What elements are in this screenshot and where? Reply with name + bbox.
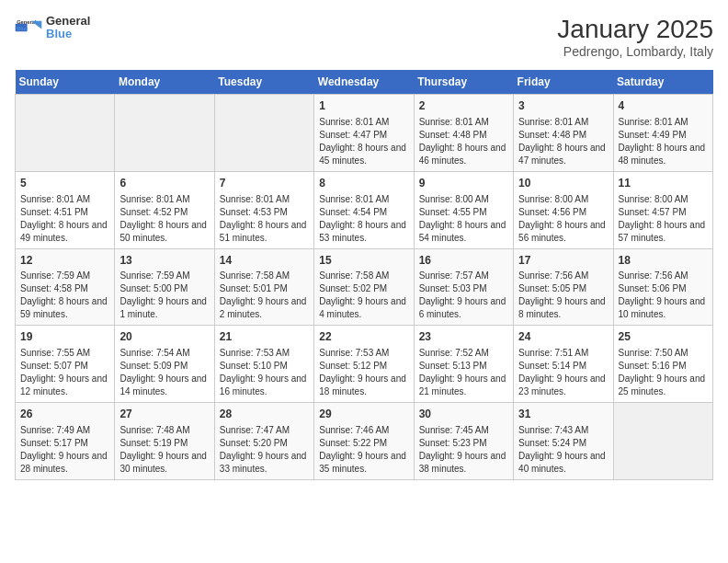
day-info: Sunrise: 7:53 AM Sunset: 5:12 PM Dayligh…	[319, 347, 408, 398]
day-number: 31	[518, 407, 608, 422]
calendar-cell: 23Sunrise: 7:52 AM Sunset: 5:13 PM Dayli…	[414, 326, 513, 403]
calendar-cell: 5Sunrise: 8:01 AM Sunset: 4:51 PM Daylig…	[16, 171, 115, 248]
day-info: Sunrise: 7:59 AM Sunset: 5:00 PM Dayligh…	[119, 270, 209, 321]
calendar-week-row: 19Sunrise: 7:55 AM Sunset: 5:07 PM Dayli…	[16, 326, 713, 403]
calendar-cell: 24Sunrise: 7:51 AM Sunset: 5:14 PM Dayli…	[514, 326, 613, 403]
day-info: Sunrise: 8:01 AM Sunset: 4:48 PM Dayligh…	[518, 116, 608, 167]
day-number: 7	[220, 176, 309, 191]
day-info: Sunrise: 7:43 AM Sunset: 5:24 PM Dayligh…	[518, 424, 608, 476]
day-info: Sunrise: 7:46 AM Sunset: 5:22 PM Dayligh…	[319, 424, 408, 476]
calendar-cell: 16Sunrise: 7:57 AM Sunset: 5:03 PM Dayli…	[414, 248, 513, 326]
calendar-cell: 10Sunrise: 8:00 AM Sunset: 4:56 PM Dayli…	[514, 171, 613, 248]
day-info: Sunrise: 8:01 AM Sunset: 4:54 PM Dayligh…	[319, 193, 408, 245]
page-title: January 2025	[557, 15, 713, 44]
day-info: Sunrise: 8:00 AM Sunset: 4:57 PM Dayligh…	[619, 193, 708, 245]
day-number: 23	[419, 329, 508, 345]
calendar-cell: 13Sunrise: 7:59 AM Sunset: 5:00 PM Dayli…	[115, 248, 214, 326]
day-info: Sunrise: 8:01 AM Sunset: 4:48 PM Dayligh…	[419, 116, 508, 167]
header-friday: Friday	[514, 70, 613, 95]
day-info: Sunrise: 7:57 AM Sunset: 5:03 PM Dayligh…	[419, 270, 508, 321]
calendar-cell: 27Sunrise: 7:48 AM Sunset: 5:19 PM Dayli…	[115, 403, 214, 480]
day-number: 11	[619, 176, 708, 191]
day-number: 17	[518, 253, 608, 269]
day-info: Sunrise: 7:54 AM Sunset: 5:09 PM Dayligh…	[119, 347, 209, 398]
header-sunday: Sunday	[16, 70, 115, 95]
day-number: 30	[419, 407, 508, 422]
calendar-cell: 20Sunrise: 7:54 AM Sunset: 5:09 PM Dayli…	[115, 326, 214, 403]
day-number: 18	[619, 253, 708, 269]
calendar-cell: 21Sunrise: 7:53 AM Sunset: 5:10 PM Dayli…	[214, 326, 313, 403]
day-info: Sunrise: 7:56 AM Sunset: 5:05 PM Dayligh…	[518, 270, 608, 321]
day-number: 5	[20, 176, 109, 191]
day-number: 2	[419, 98, 508, 114]
calendar-cell: 31Sunrise: 7:43 AM Sunset: 5:24 PM Dayli…	[514, 403, 613, 480]
calendar-cell: 6Sunrise: 8:01 AM Sunset: 4:52 PM Daylig…	[115, 171, 214, 248]
title-area: January 2025 Pedrengo, Lombardy, Italy	[557, 15, 713, 59]
day-number: 24	[518, 329, 608, 345]
day-info: Sunrise: 7:51 AM Sunset: 5:14 PM Dayligh…	[518, 347, 608, 398]
day-number: 14	[220, 253, 309, 269]
header-monday: Monday	[115, 70, 214, 95]
logo-text: General Blue	[46, 15, 90, 41]
day-number: 15	[319, 253, 408, 269]
calendar-cell: 9Sunrise: 8:00 AM Sunset: 4:55 PM Daylig…	[414, 171, 513, 248]
day-info: Sunrise: 7:53 AM Sunset: 5:10 PM Dayligh…	[220, 347, 309, 398]
calendar-cell	[16, 95, 115, 172]
day-number: 26	[20, 407, 109, 422]
calendar-cell: 30Sunrise: 7:45 AM Sunset: 5:23 PM Dayli…	[414, 403, 513, 480]
calendar-cell: 28Sunrise: 7:47 AM Sunset: 5:20 PM Dayli…	[214, 403, 313, 480]
day-info: Sunrise: 7:50 AM Sunset: 5:16 PM Dayligh…	[619, 347, 708, 398]
calendar-cell	[214, 95, 313, 172]
day-info: Sunrise: 7:56 AM Sunset: 5:06 PM Dayligh…	[619, 270, 708, 321]
day-number: 13	[119, 253, 209, 269]
day-info: Sunrise: 7:52 AM Sunset: 5:13 PM Dayligh…	[419, 347, 508, 398]
calendar-cell	[613, 403, 712, 480]
day-number: 6	[119, 176, 209, 191]
logo-icon: General Blue	[15, 18, 42, 37]
calendar-cell: 25Sunrise: 7:50 AM Sunset: 5:16 PM Dayli…	[613, 326, 712, 403]
calendar-cell	[115, 95, 214, 172]
day-info: Sunrise: 8:00 AM Sunset: 4:56 PM Dayligh…	[518, 193, 608, 245]
calendar-cell: 8Sunrise: 8:01 AM Sunset: 4:54 PM Daylig…	[314, 171, 414, 248]
day-number: 27	[119, 407, 209, 422]
calendar-table: SundayMondayTuesdayWednesdayThursdayFrid…	[15, 70, 713, 480]
day-number: 28	[220, 407, 309, 422]
calendar-week-row: 26Sunrise: 7:49 AM Sunset: 5:17 PM Dayli…	[16, 403, 713, 480]
page-subtitle: Pedrengo, Lombardy, Italy	[557, 44, 713, 59]
day-number: 3	[518, 98, 608, 114]
header-thursday: Thursday	[414, 70, 513, 95]
day-number: 29	[319, 407, 408, 422]
calendar-cell: 11Sunrise: 8:00 AM Sunset: 4:57 PM Dayli…	[613, 171, 712, 248]
calendar-cell: 2Sunrise: 8:01 AM Sunset: 4:48 PM Daylig…	[414, 95, 513, 172]
calendar-cell: 12Sunrise: 7:59 AM Sunset: 4:58 PM Dayli…	[16, 248, 115, 326]
day-info: Sunrise: 7:47 AM Sunset: 5:20 PM Dayligh…	[220, 424, 309, 476]
header-wednesday: Wednesday	[314, 70, 414, 95]
day-info: Sunrise: 8:01 AM Sunset: 4:53 PM Dayligh…	[220, 193, 309, 245]
calendar-cell: 15Sunrise: 7:58 AM Sunset: 5:02 PM Dayli…	[314, 248, 414, 326]
day-number: 25	[619, 329, 708, 345]
calendar-week-row: 12Sunrise: 7:59 AM Sunset: 4:58 PM Dayli…	[16, 248, 713, 326]
day-info: Sunrise: 8:01 AM Sunset: 4:49 PM Dayligh…	[619, 116, 708, 167]
day-number: 9	[419, 176, 508, 191]
calendar-week-row: 5Sunrise: 8:01 AM Sunset: 4:51 PM Daylig…	[16, 171, 713, 248]
calendar-cell: 1Sunrise: 8:01 AM Sunset: 4:47 PM Daylig…	[314, 95, 414, 172]
calendar-header-row: SundayMondayTuesdayWednesdayThursdayFrid…	[16, 70, 713, 95]
calendar-cell: 19Sunrise: 7:55 AM Sunset: 5:07 PM Dayli…	[16, 326, 115, 403]
calendar-cell: 18Sunrise: 7:56 AM Sunset: 5:06 PM Dayli…	[613, 248, 712, 326]
calendar-week-row: 1Sunrise: 8:01 AM Sunset: 4:47 PM Daylig…	[16, 95, 713, 172]
calendar-cell: 22Sunrise: 7:53 AM Sunset: 5:12 PM Dayli…	[314, 326, 414, 403]
day-number: 4	[619, 98, 708, 114]
day-info: Sunrise: 7:58 AM Sunset: 5:01 PM Dayligh…	[220, 270, 309, 321]
day-number: 22	[319, 329, 408, 345]
day-info: Sunrise: 7:48 AM Sunset: 5:19 PM Dayligh…	[119, 424, 209, 476]
day-info: Sunrise: 7:58 AM Sunset: 5:02 PM Dayligh…	[319, 270, 408, 321]
header-saturday: Saturday	[613, 70, 712, 95]
day-info: Sunrise: 7:49 AM Sunset: 5:17 PM Dayligh…	[20, 424, 109, 476]
day-number: 20	[119, 329, 209, 345]
calendar-cell: 4Sunrise: 8:01 AM Sunset: 4:49 PM Daylig…	[613, 95, 712, 172]
day-number: 1	[319, 98, 408, 114]
day-number: 12	[20, 253, 109, 269]
svg-text:Blue: Blue	[17, 26, 28, 31]
day-info: Sunrise: 8:00 AM Sunset: 4:55 PM Dayligh…	[419, 193, 508, 245]
day-number: 8	[319, 176, 408, 191]
